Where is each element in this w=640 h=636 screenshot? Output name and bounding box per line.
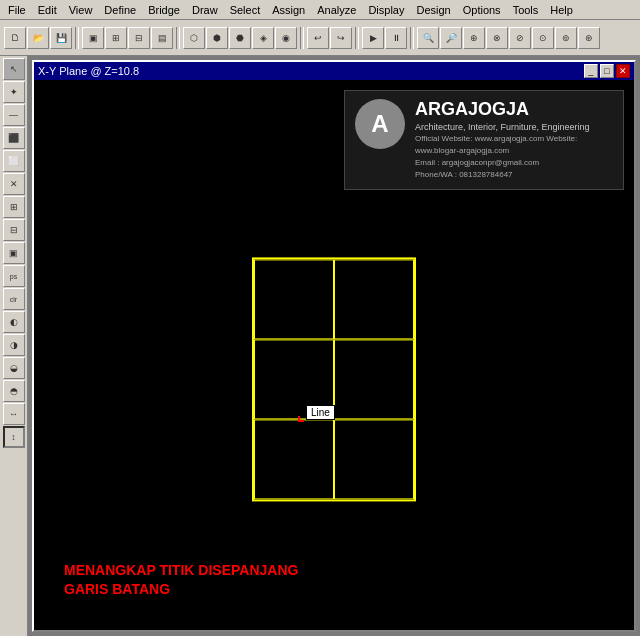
toolbar-sep3 [300,27,304,49]
cursor-indicator [298,416,304,422]
viewport-maximize-btn[interactable]: □ [600,64,614,78]
left-sidebar: ↖ ✦ — ⬛ ⬜ ✕ ⊞ ⊟ ▣ ps clr ◐ ◑ ◒ ◓ ↔ ↕ [0,56,28,636]
toolbar-btn18[interactable]: ⊚ [555,27,577,49]
viewport-title: X-Y Plane @ Z=10.8 [38,65,139,77]
logo-area: A ARGAJOGJA Architecture, Interior, Furn… [344,90,624,190]
toolbar-zoom-out-btn[interactable]: 🔎 [440,27,462,49]
viewport-minimize-btn[interactable]: _ [584,64,598,78]
toolbar-btn16[interactable]: ⊘ [509,27,531,49]
status-text: MENANGKAP TITIK DISEPANJANG GARIS BATANG [64,561,298,600]
sidebar-pointer-btn[interactable]: ↖ [3,58,25,80]
toolbar-sep1 [75,27,79,49]
grid-drawing [252,257,416,501]
sidebar-btn6[interactable]: ⊞ [3,196,25,218]
menu-view[interactable]: View [63,2,99,18]
toolbar-sep5 [410,27,414,49]
sidebar-btn16[interactable]: ↕ [3,426,25,448]
toolbar-btn3[interactable]: ▣ [82,27,104,49]
grid-cell-3 [254,339,334,419]
grid-cell-2 [334,259,414,339]
sidebar-btn11[interactable]: ◐ [3,311,25,333]
logo-title: ARGAJOGJA [415,99,613,121]
viewport-window-buttons: _ □ ✕ [582,64,630,78]
sidebar-btn2[interactable]: — [3,104,25,126]
menu-draw[interactable]: Draw [186,2,224,18]
menubar: File Edit View Define Bridge Draw Select… [0,0,640,20]
toolbar-btn14[interactable]: ⊕ [463,27,485,49]
status-line2: GARIS BATANG [64,580,298,600]
sidebar-btn9[interactable]: ps [3,265,25,287]
drawing-area [252,257,416,501]
grid-cell-4 [334,339,414,419]
logo-phone: Phone/WA : 081328784647 [415,169,613,181]
logo-circle: A [355,99,405,149]
grid-cell-6 [334,419,414,499]
grid-cell-1 [254,259,334,339]
toolbar-open-btn[interactable]: 📂 [27,27,49,49]
toolbar-btn17[interactable]: ⊙ [532,27,554,49]
toolbar-redo-btn[interactable]: ↪ [330,27,352,49]
sidebar-btn12[interactable]: ◑ [3,334,25,356]
menu-select[interactable]: Select [224,2,267,18]
viewport-content[interactable]: A ARGAJOGJA Architecture, Interior, Furn… [34,80,634,630]
toolbar-btn11[interactable]: ◉ [275,27,297,49]
viewport-window: X-Y Plane @ Z=10.8 _ □ ✕ A ARGAJOGJA Arc… [32,60,636,632]
toolbar-btn19[interactable]: ⊛ [578,27,600,49]
toolbar-btn10[interactable]: ◈ [252,27,274,49]
toolbar-save-btn[interactable]: 💾 [50,27,72,49]
sidebar-btn7[interactable]: ⊟ [3,219,25,241]
toolbar-undo-btn[interactable]: ↩ [307,27,329,49]
menu-design[interactable]: Design [410,2,456,18]
menu-display[interactable]: Display [362,2,410,18]
sidebar-btn3[interactable]: ⬛ [3,127,25,149]
toolbar-new-btn[interactable]: 🗋 [4,27,26,49]
logo-subtitle: Architecture, Interior, Furniture, Engin… [415,121,613,134]
toolbar-sep4 [355,27,359,49]
status-line1: MENANGKAP TITIK DISEPANJANG [64,561,298,581]
toolbar-btn13[interactable]: ⏸ [385,27,407,49]
toolbar-btn7[interactable]: ⬡ [183,27,205,49]
viewport-close-btn[interactable]: ✕ [616,64,630,78]
toolbar-btn4[interactable]: ⊞ [105,27,127,49]
toolbar-btn8[interactable]: ⬢ [206,27,228,49]
logo-text: ARGAJOGJA Architecture, Interior, Furnit… [415,99,613,181]
menu-tools[interactable]: Tools [507,2,545,18]
logo-email: Email : argajogjaconpr@gmail.com [415,157,613,169]
sidebar-btn10[interactable]: clr [3,288,25,310]
menu-options[interactable]: Options [457,2,507,18]
sidebar-btn15[interactable]: ↔ [3,403,25,425]
toolbar-sep2 [176,27,180,49]
menu-help[interactable]: Help [544,2,579,18]
main-area: ↖ ✦ — ⬛ ⬜ ✕ ⊞ ⊟ ▣ ps clr ◐ ◑ ◒ ◓ ↔ ↕ X-Y… [0,56,640,636]
menu-edit[interactable]: Edit [32,2,63,18]
sidebar-btn13[interactable]: ◒ [3,357,25,379]
toolbar-btn15[interactable]: ⊗ [486,27,508,49]
grid-cell-5 [254,419,334,499]
menu-define[interactable]: Define [98,2,142,18]
sidebar-btn5[interactable]: ✕ [3,173,25,195]
sidebar-btn14[interactable]: ◓ [3,380,25,402]
toolbar-zoom-in-btn[interactable]: 🔍 [417,27,439,49]
viewport-container: X-Y Plane @ Z=10.8 _ □ ✕ A ARGAJOGJA Arc… [28,56,640,636]
logo-official: Official Website: www.argajogja.com Webs… [415,133,613,157]
main-toolbar: 🗋 📂 💾 ▣ ⊞ ⊟ ▤ ⬡ ⬢ ⬣ ◈ ◉ ↩ ↪ ▶ ⏸ 🔍 🔎 ⊕ ⊗ … [0,20,640,56]
sidebar-btn1[interactable]: ✦ [3,81,25,103]
toolbar-btn5[interactable]: ⊟ [128,27,150,49]
menu-analyze[interactable]: Analyze [311,2,362,18]
menu-file[interactable]: File [2,2,32,18]
menu-assign[interactable]: Assign [266,2,311,18]
sidebar-btn8[interactable]: ▣ [3,242,25,264]
toolbar-btn12[interactable]: ▶ [362,27,384,49]
toolbar-btn6[interactable]: ▤ [151,27,173,49]
menu-bridge[interactable]: Bridge [142,2,186,18]
toolbar-btn9[interactable]: ⬣ [229,27,251,49]
viewport-titlebar: X-Y Plane @ Z=10.8 _ □ ✕ [34,62,634,80]
sidebar-btn4[interactable]: ⬜ [3,150,25,172]
